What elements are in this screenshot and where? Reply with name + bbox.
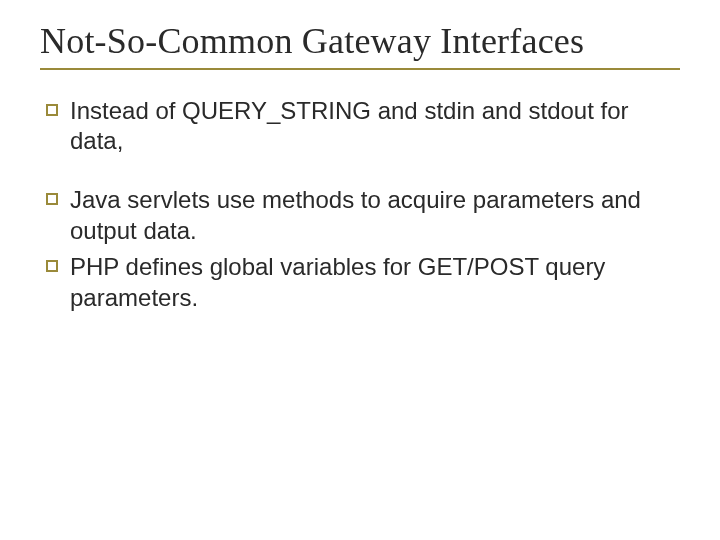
square-bullet-icon (46, 104, 58, 116)
slide-title: Not-So-Common Gateway Interfaces (40, 22, 680, 62)
bullet-text: Java servlets use methods to acquire par… (70, 185, 680, 246)
list-item: Java servlets use methods to acquire par… (46, 185, 680, 246)
square-bullet-icon (46, 193, 58, 205)
slide: Not-So-Common Gateway Interfaces Instead… (0, 0, 720, 540)
bullet-text: Instead of QUERY_STRING and stdin and st… (70, 96, 680, 157)
bullet-text: PHP defines global variables for GET/POS… (70, 252, 680, 313)
list-item: Instead of QUERY_STRING and stdin and st… (46, 96, 680, 157)
list-item: PHP defines global variables for GET/POS… (46, 252, 680, 313)
square-bullet-icon (46, 260, 58, 272)
bullet-list: Instead of QUERY_STRING and stdin and st… (40, 96, 680, 314)
title-underline (40, 68, 680, 70)
